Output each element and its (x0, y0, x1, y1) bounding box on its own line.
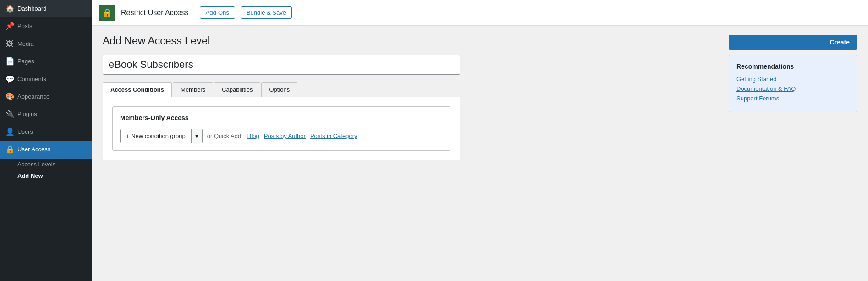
sidebar-item-appearance[interactable]: 🎨Appearance (0, 88, 92, 105)
sidebar-item-dashboard[interactable]: 🏠Dashboard (0, 0, 92, 17)
sidebar-item-label: Comments (17, 75, 46, 83)
page-heading: Add New Access Level (103, 35, 720, 47)
sidebar-item-label: Dashboard (17, 5, 47, 13)
addons-button[interactable]: Add-Ons (200, 6, 235, 19)
main-panel: Add New Access Level Access ConditionsMe… (103, 35, 720, 272)
users-icon: 👤 (5, 127, 14, 137)
quick-add-label: or Quick Add: (207, 132, 243, 139)
sidebar-item-label: Media (17, 40, 33, 48)
tab-options[interactable]: Options (261, 82, 297, 97)
sidebar-item-label: User Access (17, 145, 50, 154)
sidebar-item-label: Pages (17, 57, 34, 66)
rec-link-getting-started[interactable]: Getting Started (736, 76, 849, 83)
members-only-title: Members-Only Access (120, 114, 443, 121)
new-condition-label: + New condition group (121, 129, 191, 143)
plugin-logo: 🔒 (99, 5, 115, 21)
dashboard-icon: 🏠 (5, 4, 14, 14)
sidebar-item-users[interactable]: 👤Users (0, 123, 92, 141)
sidebar-item-pages[interactable]: 📄Pages (0, 53, 92, 70)
quick-add-posts-in-category-link[interactable]: Posts in Category (310, 132, 357, 139)
plugin-title: Restrict User Access (121, 9, 189, 17)
tabs-bar: Access ConditionsMembersCapabilitiesOpti… (103, 82, 720, 97)
sidebar-item-plugins[interactable]: 🔌Plugins (0, 105, 92, 123)
sidebar-item-label: Posts (17, 22, 33, 30)
sidebar: 🏠Dashboard📌Posts🖼Media📄Pages💬Comments🎨Ap… (0, 0, 92, 281)
sidebar-item-comments[interactable]: 💬Comments (0, 71, 92, 88)
access-level-title-input[interactable] (103, 55, 460, 75)
sidebar-item-posts[interactable]: 📌Posts (0, 17, 92, 35)
posts-icon: 📌 (5, 21, 14, 31)
tab-access-conditions[interactable]: Access Conditions (103, 82, 172, 97)
main-content: 🔒 Restrict User Access Add-Ons Bundle & … (92, 0, 868, 281)
sidebar-submenu-item-add-new[interactable]: Add New (0, 170, 92, 182)
bundle-save-button[interactable]: Bundle & Save (241, 6, 292, 19)
tab-content-area: Members-Only Access + New condition grou… (103, 97, 460, 160)
recommendations-links: Getting StartedDocumentation & FAQSuppor… (736, 76, 849, 102)
new-condition-group-button[interactable]: + New condition group ▾ (120, 129, 203, 143)
pages-icon: 📄 (5, 56, 14, 66)
rec-link-documentation-faq[interactable]: Documentation & FAQ (736, 85, 849, 92)
sidebar-item-label: Users (17, 128, 33, 136)
appearance-icon: 🎨 (5, 92, 14, 102)
sidebar-nav: 🏠Dashboard📌Posts🖼Media📄Pages💬Comments🎨Ap… (0, 0, 92, 182)
sidebar-submenu-user-access: Access LevelsAdd New (0, 159, 92, 182)
new-condition-arrow-icon[interactable]: ▾ (191, 129, 202, 143)
sidebar-item-user-access[interactable]: 🔒User Access (0, 141, 92, 158)
recommendations-box: Recommendations Getting StartedDocumenta… (729, 55, 857, 112)
sidebar-item-label: Plugins (17, 110, 37, 118)
tab-capabilities[interactable]: Capabilities (214, 82, 260, 97)
recommendations-title: Recommendations (736, 63, 849, 70)
sidebar-item-label: Appearance (17, 93, 49, 101)
sidebar-submenu-item-access-levels[interactable]: Access Levels (0, 159, 92, 170)
side-panel: Create Recommendations Getting StartedDo… (729, 35, 857, 272)
comments-icon: 💬 (5, 74, 14, 84)
sidebar-item-media[interactable]: 🖼Media (0, 35, 92, 53)
plugins-icon: 🔌 (5, 109, 14, 119)
members-only-section: Members-Only Access + New condition grou… (112, 106, 450, 151)
quick-add-posts-by-author-link[interactable]: Posts by Author (264, 132, 306, 139)
tab-members[interactable]: Members (173, 82, 213, 97)
media-icon: 🖼 (5, 39, 14, 49)
topbar: 🔒 Restrict User Access Add-Ons Bundle & … (92, 0, 868, 26)
condition-row: + New condition group ▾ or Quick Add: Bl… (120, 129, 443, 143)
content-area: Add New Access Level Access ConditionsMe… (92, 26, 868, 281)
rec-link-support-forums[interactable]: Support Forums (736, 95, 849, 102)
quick-add-blog-link[interactable]: Blog (247, 132, 259, 139)
create-button[interactable]: Create (729, 35, 857, 50)
user-access-icon: 🔒 (5, 144, 14, 154)
